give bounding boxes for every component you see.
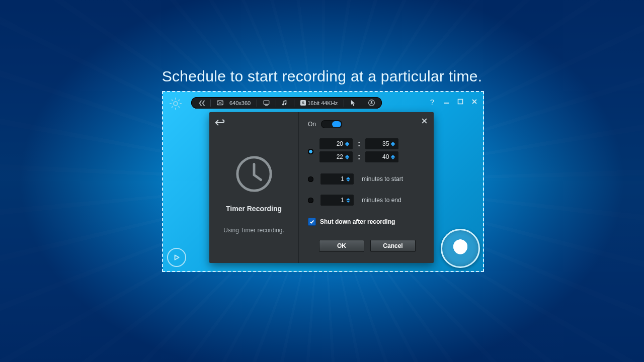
- svg-rect-2: [264, 101, 269, 104]
- record-button[interactable]: [441, 229, 480, 268]
- separator: [210, 100, 211, 107]
- schedule-by-time-radio[interactable]: [308, 149, 313, 154]
- separator: [362, 100, 362, 107]
- back-button[interactable]: [213, 117, 226, 127]
- separator: [276, 100, 276, 107]
- start-hour-spinner[interactable]: 20: [319, 138, 353, 149]
- window-controls: ?: [428, 97, 479, 106]
- dialog-subtitle: Using Timer recording.: [223, 227, 284, 234]
- help-icon[interactable]: ?: [428, 97, 437, 106]
- time-colon: :: [358, 139, 360, 148]
- svg-text:S: S: [302, 101, 304, 105]
- user-icon[interactable]: [368, 100, 375, 106]
- minutes-to-end-spinner[interactable]: 1: [320, 195, 354, 206]
- ok-button[interactable]: OK: [319, 240, 364, 252]
- power-toggle[interactable]: [321, 120, 342, 128]
- settings-gear-icon[interactable]: [167, 95, 184, 112]
- separator: [294, 100, 294, 107]
- separator: [344, 100, 344, 107]
- dialog-title: Timer Recording: [226, 205, 282, 213]
- end-hour-spinner[interactable]: 22: [319, 151, 353, 162]
- toolbar-collapse-icon[interactable]: ❮❮: [198, 100, 204, 106]
- svg-point-6: [371, 101, 373, 103]
- top-toolbar: ❮❮ 640x360 S 16bit 44KHz: [191, 97, 382, 109]
- end-minute-spinner[interactable]: 40: [365, 151, 398, 162]
- music-note-icon[interactable]: [282, 100, 288, 106]
- start-minute-spinner[interactable]: 35: [365, 138, 398, 149]
- close-icon[interactable]: [470, 97, 479, 106]
- minutes-to-start-spinner[interactable]: 1: [320, 173, 354, 185]
- minimize-icon[interactable]: [442, 97, 451, 106]
- maximize-icon[interactable]: [456, 97, 465, 106]
- shutdown-checkbox[interactable]: [308, 218, 316, 226]
- play-outline-icon[interactable]: [167, 248, 186, 267]
- monitor-icon[interactable]: [263, 100, 270, 106]
- svg-point-0: [174, 102, 178, 106]
- minutes-to-start-radio[interactable]: [308, 176, 313, 182]
- svg-rect-7: [458, 100, 463, 104]
- separator: [257, 100, 257, 107]
- minutes-to-start-label: minutes to start: [362, 175, 403, 183]
- on-label: On: [308, 121, 316, 128]
- cancel-button[interactable]: Cancel: [370, 240, 416, 252]
- dialog-right-pane: On 20 : 35: [299, 112, 434, 263]
- dialog-close-icon[interactable]: [420, 116, 429, 125]
- clock-icon: [234, 154, 274, 196]
- resolution-label[interactable]: 640x360: [229, 100, 251, 106]
- timer-recording-dialog: Timer Recording Using Timer recording. O…: [209, 112, 434, 263]
- minutes-to-end-label: minutes to end: [362, 197, 401, 204]
- cursor-icon[interactable]: [350, 100, 356, 106]
- minutes-to-end-radio[interactable]: [308, 198, 313, 203]
- time-colon: :: [358, 152, 360, 161]
- dialog-left-pane: Timer Recording Using Timer recording.: [209, 112, 299, 263]
- headline: Schedule to start recording at a particu…: [0, 68, 644, 85]
- crop-icon[interactable]: [217, 100, 223, 106]
- audio-format-label[interactable]: S 16bit 44KHz: [300, 100, 338, 106]
- shutdown-label: Shut down after recording: [320, 218, 395, 225]
- app-window: ❮❮ 640x360 S 16bit 44KHz ?: [162, 91, 484, 272]
